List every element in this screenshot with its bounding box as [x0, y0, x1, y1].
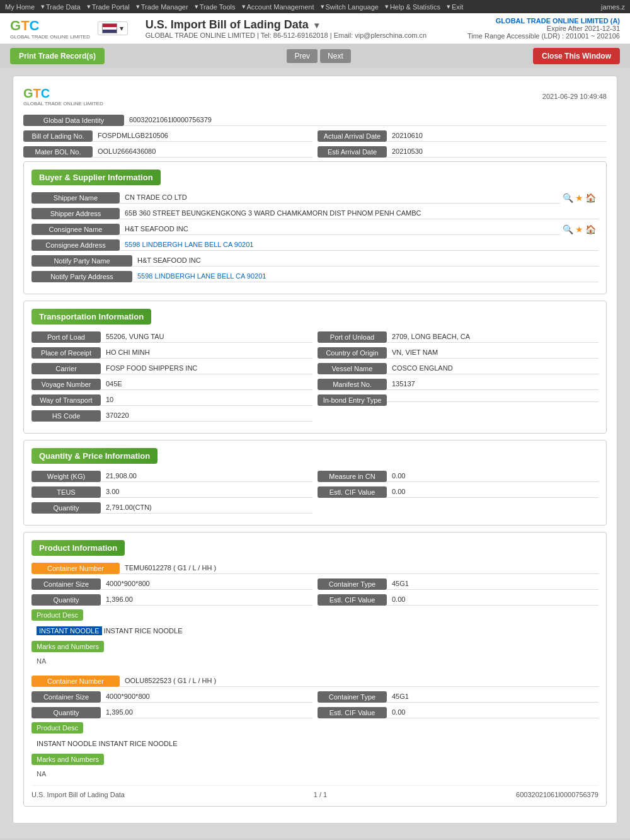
- container-1-type-item: Container Type 45G1: [318, 578, 598, 590]
- global-data-identity-label: Global Data Identity: [23, 115, 124, 126]
- container-1-cif-label: Estl. CIF Value: [318, 594, 387, 606]
- container-1-qty-value: 1,396.00: [101, 594, 312, 606]
- weight-item: Weight (KG) 21,908.00: [32, 470, 312, 482]
- page-title: U.S. Import Bill of Lading Data ▾: [146, 18, 427, 32]
- nav-switch-language[interactable]: Switch Language: [326, 3, 379, 11]
- master-bol-label: Mater BOL No.: [23, 146, 93, 158]
- container-2-prod-desc-row: Product Desc: [32, 722, 598, 734]
- print-button[interactable]: Print Trade Record(s): [10, 48, 105, 64]
- container-2-number-row: Container Number OOLU8522523 ( G1 / L / …: [32, 675, 598, 687]
- container-2-type-value: 45G1: [387, 691, 598, 703]
- card-logo-sub: GLOBAL TRADE ONLINE LIMITED: [23, 101, 103, 106]
- container-2-prod-desc-label: Product Desc: [32, 722, 83, 734]
- measure-label: Measure in CN: [318, 471, 387, 482]
- consignee-search-icon[interactable]: 🔍: [563, 224, 573, 234]
- port-load-item: Port of Load 55206, VUNG TAU: [32, 331, 312, 343]
- qty-label: Quantity: [32, 502, 101, 514]
- flag-arrow: ▾: [120, 24, 123, 33]
- qty-value: 2,791.00(CTN): [101, 502, 312, 514]
- container-2-cif-item: Estl. CIF Value 0.00: [318, 706, 598, 718]
- nav-my-home[interactable]: My Home: [5, 3, 35, 11]
- notify-party-name-value: H&T SEAFOOD INC: [132, 255, 598, 267]
- card-header: GTC GLOBAL TRADE ONLINE LIMITED 2021-06-…: [23, 86, 607, 106]
- star-icon[interactable]: ★: [575, 193, 583, 203]
- close-window-button[interactable]: Close This Window: [533, 48, 620, 64]
- transport-bond-row: Way of Transport 10 In-bond Entry Type: [32, 394, 598, 406]
- container-2-qty-value: 1,395.00: [101, 706, 312, 718]
- vessel-value: COSCO ENGLAND: [387, 362, 598, 374]
- flag-selector[interactable]: ▾: [98, 21, 128, 35]
- nav-help-statistics[interactable]: Help & Statistics: [390, 3, 440, 11]
- shipper-address-value: 65B 360 STREET BEUNGKENGKONG 3 WARD CHAM…: [120, 207, 598, 219]
- us-flag: [102, 23, 117, 33]
- container-1-qty-cif-row: Quantity 1,396.00 Estl. CIF Value 0.00: [32, 594, 598, 606]
- esti-arrival-item: Esti Arrival Date 20210530: [318, 146, 607, 158]
- container-2-qty-cif-row: Quantity 1,395.00 Estl. CIF Value 0.00: [32, 706, 598, 718]
- nav-links[interactable]: My Home ▾ Trade Data ▾ Trade Portal ▾ Tr…: [5, 3, 468, 11]
- bond-item: In-bond Entry Type: [318, 394, 598, 406]
- notify-party-address-label: Notify Party Address: [32, 271, 132, 282]
- manifest-value: 135137: [387, 378, 598, 390]
- time-range-info: Time Range Accessible (LDR) : 201001 ~ 2…: [467, 32, 620, 40]
- consignee-address-row: Consignee Address 5598 LINDBERGH LANE BE…: [32, 239, 598, 251]
- transportation-section: Transportation Information Port of Load …: [23, 301, 607, 434]
- quantity-row: Quantity 2,791.00(CTN): [32, 502, 598, 514]
- global-data-identity-value: 60032021061l0000756379: [124, 114, 607, 126]
- consignee-name-row: Consignee Name H&T SEAFOOD INC 🔍 ★ 🏠: [32, 223, 598, 235]
- container-2-marks-value: NA: [32, 768, 598, 780]
- teus-label: TEUS: [32, 486, 101, 498]
- nav-trade-portal[interactable]: Trade Portal: [92, 3, 130, 11]
- consignee-star-icon[interactable]: ★: [575, 224, 583, 234]
- teus-cif-row: TEUS 3.00 Estl. CIF Value 0.00: [32, 486, 598, 498]
- container-1-number-value: TEMU6012278 ( G1 / L / HH ): [120, 562, 598, 574]
- product-header: Product Information: [32, 540, 125, 556]
- company-name: GLOBAL TRADE ONLINE LIMITED (A): [467, 17, 620, 25]
- origin-value: VN, VIET NAM: [387, 347, 598, 359]
- voyage-manifest-row: Voyage Number 045E Manifest No. 135137: [32, 378, 598, 390]
- container-1-size-label: Container Size: [32, 578, 101, 590]
- carrier-item: Carrier FOSP FOOD SHIPPERS INC: [32, 362, 312, 374]
- manifest-item: Manifest No. 135137: [318, 378, 598, 390]
- hs-code-row: HS Code 370220: [32, 410, 598, 422]
- bol-no-label: Bill of Lading No.: [23, 130, 93, 142]
- port-unload-item: Port of Unload 2709, LONG BEACH, CA: [318, 331, 598, 343]
- nav-trade-manager[interactable]: Trade Manager: [141, 3, 188, 11]
- consignee-name-icons: 🔍 ★ 🏠: [560, 224, 598, 234]
- nav-account-management[interactable]: Account Management: [247, 3, 314, 11]
- nav-exit[interactable]: Exit: [452, 3, 463, 11]
- weight-measure-row: Weight (KG) 21,908.00 Measure in CN 0.00: [32, 470, 598, 482]
- voyage-value: 045E: [101, 378, 312, 390]
- consignee-home-icon[interactable]: 🏠: [585, 224, 596, 234]
- quantity-price-header: Quantity & Price Information: [32, 448, 158, 464]
- nav-trade-data[interactable]: Trade Data: [46, 3, 81, 11]
- header-right: GLOBAL TRADE ONLINE LIMITED (A) Expire A…: [467, 17, 620, 40]
- nav-trade-tools[interactable]: Trade Tools: [200, 3, 236, 11]
- card-datetime: 2021-06-29 10:49:48: [542, 93, 607, 100]
- container-2-number-label: Container Number: [32, 676, 120, 687]
- container-2: Container Number OOLU8522523 ( G1 / L / …: [32, 675, 598, 780]
- title-dropdown-arrow[interactable]: ▾: [314, 20, 319, 30]
- shipper-address-label: Shipper Address: [32, 208, 120, 219]
- receipt-item: Place of Receipt HO CHI MINH: [32, 347, 312, 359]
- container-1-prod-desc-text: INSTANT NOODLE INSTANT RICE NOODLE: [32, 624, 598, 637]
- notify-party-address-value: 5598 LINDBERGH LANE BELL CA 90201: [132, 270, 598, 282]
- container-1: Container Number TEMU6012278 ( G1 / L / …: [32, 562, 598, 667]
- receipt-origin-row: Place of Receipt HO CHI MINH Country of …: [32, 347, 598, 359]
- bond-label: In-bond Entry Type: [318, 394, 387, 406]
- consignee-name-label: Consignee Name: [32, 224, 120, 235]
- container-1-prod-desc-label: Product Desc: [32, 609, 83, 621]
- port-load-value: 55206, VUNG TAU: [101, 331, 312, 343]
- next-button[interactable]: Next: [320, 49, 351, 63]
- esti-arrival-value: 20210530: [387, 146, 607, 158]
- card-footer-source: U.S. Import Bill of Lading Data: [32, 791, 125, 798]
- esti-cif-item: Estl. CIF Value 0.00: [318, 486, 598, 498]
- port-load-row: Port of Load 55206, VUNG TAU Port of Unl…: [32, 331, 598, 343]
- prev-button[interactable]: Prev: [287, 49, 318, 63]
- top-toolbar: Print Trade Record(s) Prev Next Close Th…: [0, 44, 630, 68]
- search-icon[interactable]: 🔍: [563, 193, 573, 203]
- port-load-label: Port of Load: [32, 331, 101, 343]
- consignee-address-value: 5598 LINDBERGH LANE BELL CA 90201: [120, 239, 598, 251]
- teus-item: TEUS 3.00: [32, 486, 312, 498]
- home-icon[interactable]: 🏠: [585, 193, 596, 203]
- teus-value: 3.00: [101, 486, 312, 498]
